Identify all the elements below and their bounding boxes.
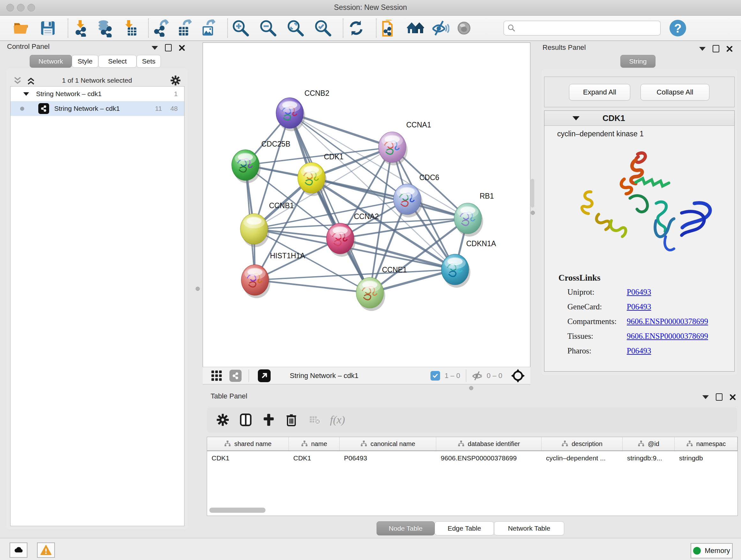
network-row-selected[interactable]: String Network – cdk1 11 48: [10, 101, 184, 116]
table-cell[interactable]: CDK1: [207, 451, 289, 465]
crosslink-link[interactable]: P06493: [627, 288, 651, 297]
protein-section-header[interactable]: CDK1: [544, 111, 734, 126]
right-splitter-handle[interactable]: [531, 211, 535, 215]
network-edge[interactable]: [290, 113, 370, 293]
collapse-all-button[interactable]: Collapse All: [641, 84, 710, 101]
close-panel-icon[interactable]: [730, 394, 736, 400]
export-table-icon[interactable]: [176, 19, 194, 37]
zoom-out-icon[interactable]: [259, 19, 277, 37]
collapse-panel-icon[interactable]: [151, 46, 158, 50]
hidden-eye-slash-icon[interactable]: [471, 370, 483, 382]
tab-node-table[interactable]: Node Table: [377, 521, 434, 536]
string-home-icon[interactable]: [407, 19, 424, 37]
network-edge[interactable]: [290, 113, 392, 147]
column-header[interactable]: canonical name: [340, 437, 436, 450]
save-session-icon[interactable]: [39, 19, 57, 37]
help-icon[interactable]: ?: [669, 19, 687, 37]
table-cell[interactable]: CDK1: [289, 451, 340, 465]
network-node[interactable]: [232, 150, 261, 183]
import-network-database-icon[interactable]: [96, 19, 114, 37]
network-node[interactable]: [441, 254, 470, 288]
tab-select[interactable]: Select: [98, 55, 137, 68]
table-cell[interactable]: stringdb: [675, 451, 738, 465]
delete-column-icon[interactable]: [285, 413, 298, 427]
collapse-panel-icon[interactable]: [699, 47, 705, 51]
column-header[interactable]: namespac: [675, 437, 738, 450]
network-canvas[interactable]: CCNB2CCNA1CDC25BCDK1CDC6RB1CCNB1CCNA2CDK…: [203, 43, 530, 367]
network-node[interactable]: [241, 265, 270, 298]
node-label: RB1: [480, 192, 494, 200]
zoom-in-icon[interactable]: [232, 19, 250, 37]
network-node[interactable]: [276, 98, 305, 131]
refresh-layout-icon[interactable]: [347, 19, 365, 37]
export-network-icon[interactable]: [152, 19, 171, 37]
open-session-icon[interactable]: [12, 19, 30, 37]
warnings-button[interactable]: [37, 543, 55, 558]
section-collapse-icon[interactable]: [572, 116, 580, 120]
tab-network[interactable]: Network: [30, 55, 72, 68]
close-panel-icon[interactable]: [179, 45, 185, 51]
crosslink-link[interactable]: 9606.ENSP00000378699: [627, 332, 708, 341]
table-cell[interactable]: cyclin–dependent ...: [542, 451, 623, 465]
search-icon: [508, 24, 516, 32]
network-collection-row[interactable]: String Network – cdk1 1: [10, 86, 184, 101]
right-splitter-track[interactable]: [531, 179, 534, 207]
search-input[interactable]: [503, 21, 661, 36]
column-header[interactable]: description: [542, 437, 623, 450]
network-node[interactable]: [454, 203, 483, 237]
hide-panel-eye-icon[interactable]: [431, 19, 449, 37]
zoom-selected-icon[interactable]: [314, 19, 332, 37]
fit-selection-crosshair-icon[interactable]: [511, 368, 525, 383]
tab-network-table[interactable]: Network Table: [494, 521, 564, 536]
table-settings-gear-icon[interactable]: [216, 413, 230, 427]
show-columns-icon[interactable]: [239, 413, 253, 427]
network-options-gear-icon[interactable]: [170, 75, 181, 86]
add-column-icon[interactable]: [262, 413, 276, 427]
float-panel-icon[interactable]: [713, 45, 719, 52]
export-image-icon[interactable]: [200, 19, 218, 37]
network-node[interactable]: [379, 132, 408, 165]
table-cell[interactable]: stringdb:9...: [623, 451, 675, 465]
network-node[interactable]: [327, 223, 355, 257]
network-edge[interactable]: [255, 280, 370, 293]
table-cell[interactable]: P06493: [340, 451, 436, 465]
network-node[interactable]: [298, 163, 327, 196]
table-row[interactable]: CDK1CDK1P064939606.ENSP00000378699cyclin…: [207, 451, 738, 465]
column-header[interactable]: name: [289, 437, 340, 450]
open-in-window-icon[interactable]: [258, 369, 271, 382]
memory-button[interactable]: Memory: [690, 543, 733, 558]
crosslink-link[interactable]: 9606.ENSP00000378699: [627, 317, 708, 326]
selected-checkbox-icon[interactable]: [430, 371, 440, 381]
tab-sets[interactable]: Sets: [137, 55, 161, 68]
grid-view-icon[interactable]: [211, 370, 222, 381]
zoom-fit-icon[interactable]: [286, 19, 305, 37]
collapse-panel-icon[interactable]: [702, 395, 709, 399]
table-hscrollbar[interactable]: [209, 508, 266, 513]
tree-expand-icon[interactable]: [23, 92, 29, 96]
share-network-icon[interactable]: [229, 370, 242, 382]
crosslink-link[interactable]: P06493: [627, 302, 651, 311]
left-splitter-handle[interactable]: [196, 287, 200, 291]
tab-edge-table[interactable]: Edge Table: [434, 521, 494, 536]
node-table[interactable]: shared namenamecanonical namedatabase id…: [207, 437, 738, 516]
expand-all-button[interactable]: Expand All: [569, 84, 630, 101]
column-header[interactable]: @id: [623, 437, 675, 450]
import-network-file-icon[interactable]: [72, 19, 90, 37]
float-panel-icon[interactable]: [165, 44, 172, 51]
table-cell[interactable]: 9606.ENSP00000378699: [436, 451, 542, 465]
share-document-icon[interactable]: [381, 19, 398, 37]
network-edge[interactable]: [312, 178, 468, 219]
tab-style[interactable]: Style: [72, 55, 98, 68]
column-header[interactable]: database identifier: [436, 437, 542, 450]
show-eye-icon[interactable]: [455, 19, 473, 37]
network-node[interactable]: [356, 277, 385, 311]
cloud-button[interactable]: [10, 543, 27, 558]
float-panel-icon[interactable]: [716, 393, 723, 401]
column-header[interactable]: shared name: [207, 437, 289, 450]
import-table-icon[interactable]: [121, 19, 138, 37]
close-panel-icon[interactable]: [726, 46, 733, 52]
tab-string-results[interactable]: String: [620, 55, 656, 68]
bottom-splitter-handle[interactable]: [469, 386, 473, 390]
toolbar-divider: [376, 18, 377, 38]
crosslink-link[interactable]: P06493: [627, 347, 651, 355]
